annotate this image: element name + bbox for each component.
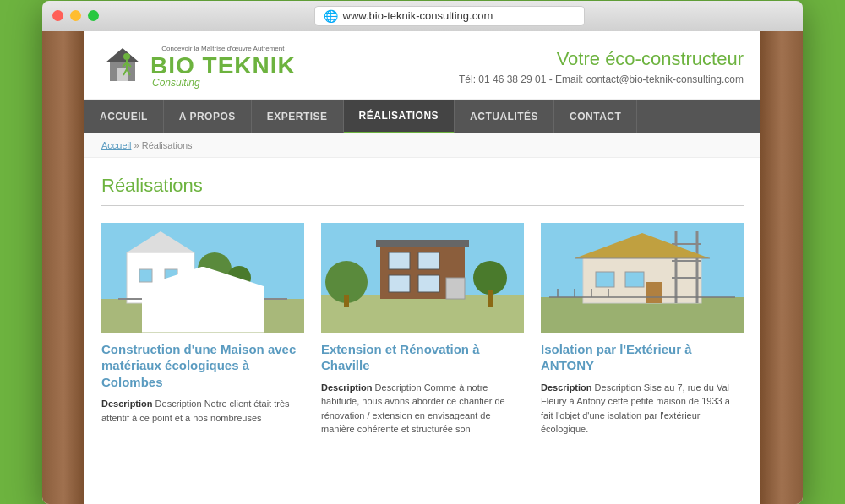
card-title-colombes: Construction d'une Maison avec matériaux… [101,341,304,391]
nav-expertise[interactable]: EXPERTISE [252,100,344,133]
site-header: Concevoir la Maîtrise d'œuvre Autrement … [84,31,760,100]
close-button[interactable] [52,10,63,21]
nav-apropos[interactable]: A PROPOS [164,100,252,133]
svg-rect-32 [488,290,493,307]
svg-rect-18 [237,282,242,299]
maximize-button[interactable] [88,10,99,21]
svg-marker-0 [106,48,139,62]
logo-small-text: Concevoir la Maîtrise d'œuvre Autrement [150,46,296,52]
globe-icon: 🌐 [324,9,338,23]
contact-info: Tél: 01 46 38 29 01 - Email: contact@bio… [459,73,744,85]
svg-point-19 [227,266,251,290]
site-content: Concevoir la Maîtrise d'œuvre Autrement … [84,31,760,504]
svg-rect-14 [165,269,177,282]
card-scene-chaville [321,223,524,333]
card-title-antony: Isolation par l'Extérieur à ANTONY [541,341,744,374]
svg-rect-27 [418,275,439,292]
svg-point-3 [123,53,130,60]
wood-panel-right [760,31,803,504]
svg-point-17 [198,252,232,286]
svg-rect-11 [127,252,194,303]
logo-icon [101,44,144,90]
svg-rect-10 [101,299,304,333]
logo-sub: Consulting [152,78,296,88]
card-image-colombes [101,223,304,333]
breadcrumb-current: Réalisations [142,140,193,150]
svg-rect-26 [389,275,410,292]
card-image-chaville [321,223,524,333]
svg-rect-15 [154,285,167,303]
card-desc-antony: Description Description Sise au 7, rue d… [541,381,744,436]
browser-window: 🌐 www.bio-teknik-consulting.com [42,1,803,504]
logo-main: BIO TEKNIK [150,54,296,78]
svg-rect-24 [389,252,410,269]
cards-grid: Construction d'une Maison avec matériaux… [101,223,744,436]
card-desc-chaville: Description Description Comme à notre ha… [321,381,524,436]
card-chaville[interactable]: Extension et Rénovation à Chaville Descr… [321,223,524,436]
nav-realisations[interactable]: RÉALISATIONS [344,100,455,133]
svg-rect-44 [596,272,614,287]
page-title: Réalisations [101,175,744,206]
svg-rect-25 [418,252,439,269]
nav-contact[interactable]: CONTACT [554,100,637,133]
svg-rect-46 [646,282,662,303]
svg-rect-16 [211,274,218,299]
card-antony[interactable]: Isolation par l'Extérieur à ANTONY Descr… [541,223,744,436]
website: Concevoir la Maîtrise d'œuvre Autrement … [42,31,803,504]
logo-brand-text: BIO TEKNIK [150,52,296,79]
nav-actualites[interactable]: ACTUALITÉS [455,100,554,133]
main-content: Réalisations [84,158,760,462]
card-scene-antony [541,223,744,333]
svg-rect-28 [376,240,469,247]
svg-rect-45 [625,272,644,287]
card-title-chaville: Extension et Rénovation à Chaville [321,341,524,374]
card-colombes[interactable]: Construction d'une Maison avec matériaux… [101,223,304,436]
breadcrumb-separator: » [131,140,141,150]
wood-panel-left [42,31,84,504]
svg-point-31 [473,261,507,295]
logo-text-container: Concevoir la Maîtrise d'œuvre Autrement … [150,46,296,88]
main-nav: ACCUEIL A PROPOS EXPERTISE RÉALISATIONS … [84,100,760,133]
logo-section: Concevoir la Maîtrise d'œuvre Autrement … [101,44,296,90]
url-text: www.bio-teknik-consulting.com [343,9,493,22]
site-wrapper: Concevoir la Maîtrise d'œuvre Autrement … [42,31,803,504]
breadcrumb-home[interactable]: Accueil [101,140,131,150]
svg-rect-33 [446,278,465,299]
svg-rect-30 [344,295,349,307]
card-desc-colombes: Description Description Notre client éta… [101,397,304,425]
card-image-antony [541,223,744,333]
breadcrumb: Accueil » Réalisations [84,133,760,158]
address-bar[interactable]: 🌐 www.bio-teknik-consulting.com [314,6,585,26]
header-right: Votre éco-constructeur Tél: 01 46 38 29 … [459,48,744,85]
nav-accueil[interactable]: ACCUEIL [84,100,164,133]
svg-rect-13 [139,269,152,282]
card-scene-colombes [101,223,304,333]
eco-title: Votre éco-constructeur [459,48,744,70]
address-bar-container: 🌐 www.bio-teknik-consulting.com [106,6,793,26]
titlebar: 🌐 www.bio-teknik-consulting.com [42,1,803,31]
minimize-button[interactable] [70,10,81,21]
